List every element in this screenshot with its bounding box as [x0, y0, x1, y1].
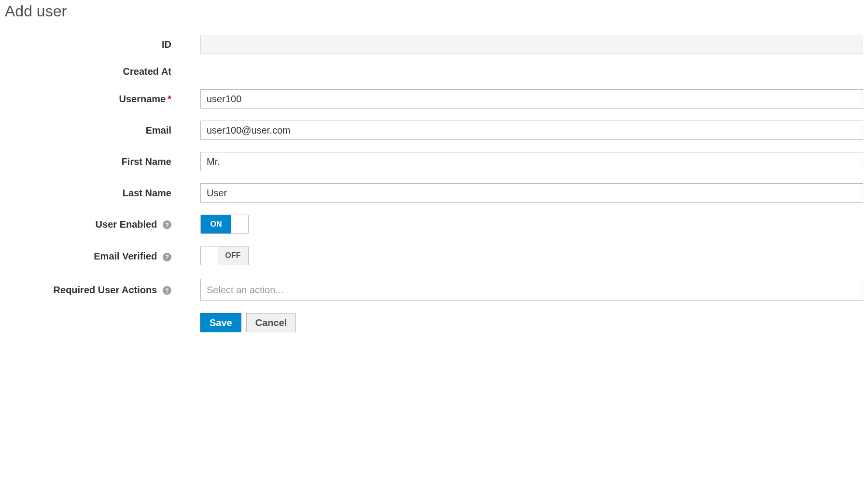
- page-title: Add user: [5, 2, 863, 20]
- help-icon[interactable]: ?: [163, 253, 171, 261]
- required-user-actions-label: Required User Actions ?: [5, 285, 186, 296]
- first-name-field[interactable]: [200, 152, 863, 171]
- username-label: Username*: [5, 94, 186, 105]
- required-user-actions-select[interactable]: Select an action...: [200, 279, 863, 301]
- id-field: [200, 35, 863, 54]
- email-field[interactable]: [200, 121, 863, 140]
- toggle-on-label: ON: [207, 220, 226, 229]
- required-asterisk-icon: *: [168, 94, 171, 104]
- cancel-button[interactable]: Cancel: [246, 313, 296, 332]
- save-button[interactable]: Save: [200, 313, 241, 332]
- user-enabled-toggle[interactable]: ON: [200, 215, 249, 234]
- created-at-label: Created At: [5, 66, 186, 77]
- help-icon[interactable]: ?: [163, 220, 171, 229]
- email-label: Email: [5, 125, 186, 136]
- email-verified-toggle[interactable]: OFF: [200, 246, 249, 265]
- email-verified-label: Email Verified ?: [5, 251, 186, 262]
- first-name-label: First Name: [5, 156, 186, 167]
- last-name-label: Last Name: [5, 188, 186, 199]
- last-name-field[interactable]: [200, 183, 863, 203]
- user-enabled-label: User Enabled ?: [5, 219, 186, 230]
- help-icon[interactable]: ?: [163, 286, 171, 295]
- id-label: ID: [5, 39, 186, 50]
- toggle-off-label: OFF: [222, 251, 245, 260]
- username-field[interactable]: [200, 89, 863, 109]
